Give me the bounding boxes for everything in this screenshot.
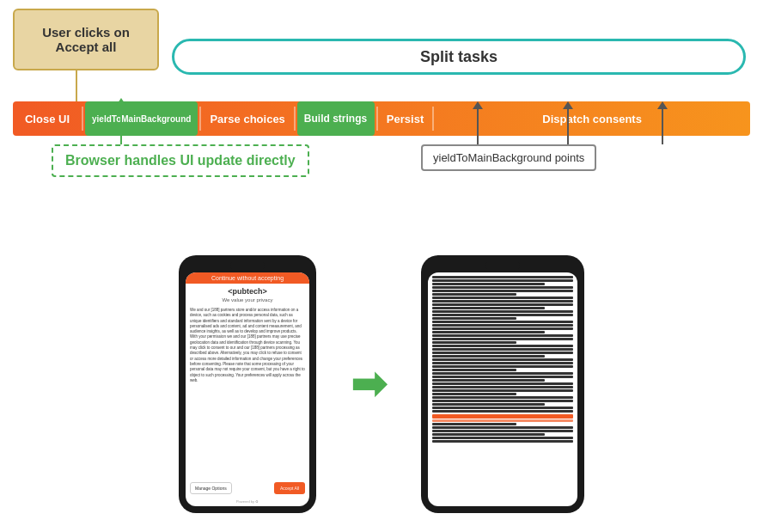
doc-line [432, 348, 573, 351]
split-tasks-label: Split tasks [420, 48, 497, 66]
privacy-text: We and our [188] partners store and/or a… [186, 306, 309, 479]
doc-line-highlight [432, 414, 573, 419]
flow-sep-3 [294, 107, 296, 131]
doc-line [432, 321, 573, 323]
doc-line [432, 352, 573, 354]
doc-line [432, 396, 573, 399]
doc-line [432, 393, 516, 395]
flow-yield-1: yieldToMainBackground [85, 101, 198, 136]
doc-line [432, 430, 573, 432]
doc-line [432, 341, 516, 344]
pubtech-brand: <pubtech> [186, 284, 309, 297]
doc-line [432, 307, 545, 309]
doc-line [432, 358, 573, 361]
doc-line [432, 331, 545, 333]
privacy-header: Continue without accepting [186, 272, 309, 284]
doc-line [432, 407, 573, 409]
doc-line [432, 423, 516, 425]
privacy-buttons: Manage Options Accept All [186, 479, 309, 499]
pubtech-subtitle: We value your privacy [186, 297, 309, 306]
user-clicks-arrow [76, 70, 77, 103]
flow-persist: Persist [378, 101, 432, 136]
doc-line [432, 283, 545, 285]
flow-bar: Close UI yieldToMainBackground Parse cho… [13, 101, 750, 136]
powered-by-label: Powered by ♻ [186, 499, 309, 506]
flow-close-ui: Close UI [13, 101, 82, 136]
doc-line [432, 303, 573, 306]
flow-build: Build strings [297, 101, 375, 136]
split-tasks-bar: Split tasks [172, 39, 746, 75]
phone-right [421, 255, 584, 513]
accept-all-button[interactable]: Accept All [274, 482, 305, 494]
doc-line [432, 290, 573, 292]
phone-right-screen [428, 272, 577, 506]
doc-line [432, 389, 573, 392]
yield-points-label: yieldToMainBackground points [421, 144, 596, 171]
doc-line [432, 379, 545, 382]
doc-line [432, 286, 573, 289]
doc-line [432, 419, 573, 422]
doc-line [432, 433, 545, 436]
phone-left: Continue without accepting <pubtech> We … [179, 255, 316, 513]
doc-line [432, 300, 573, 303]
flow-sep-1 [82, 107, 83, 131]
doc-line [432, 365, 573, 368]
phone-right-notch [485, 262, 520, 269]
yield-arrow-2 [567, 108, 569, 144]
yield-arrow-3 [662, 108, 663, 144]
doc-line [432, 372, 573, 375]
doc-line [432, 426, 573, 429]
doc-line [432, 369, 516, 371]
browser-arrow [120, 105, 122, 144]
phones-section: Continue without accepting <pubtech> We … [0, 236, 763, 532]
doc-line [432, 276, 573, 278]
user-clicks-box: User clicks on Accept all [13, 9, 159, 70]
doc-line [432, 310, 573, 313]
phone-left-screen: Continue without accepting <pubtech> We … [186, 272, 309, 506]
user-clicks-label: User clicks on Accept all [42, 25, 130, 54]
doc-line [432, 324, 573, 327]
doc-line [432, 279, 573, 282]
doc-line [432, 386, 573, 388]
manage-options-button[interactable]: Manage Options [190, 482, 232, 494]
doc-line [432, 317, 516, 320]
doc-line [432, 382, 573, 385]
doc-line [432, 334, 573, 337]
browser-handles-label: Browser handles UI update directly [52, 144, 309, 177]
doc-line [432, 376, 573, 378]
doc-line [432, 314, 573, 316]
doc-line [432, 338, 573, 340]
doc-line [432, 410, 573, 413]
doc-line [432, 355, 545, 358]
doc-line [432, 293, 516, 296]
doc-line [432, 327, 573, 330]
doc-line [432, 403, 545, 406]
doc-line [432, 440, 573, 443]
yield-arrow-1 [477, 108, 479, 144]
doc-line [432, 345, 573, 347]
phone-left-notch [230, 262, 265, 269]
phones-arrow: ➡ [351, 359, 387, 409]
doc-line [432, 297, 573, 299]
doc-line [432, 437, 573, 439]
top-section: User clicks on Accept all Split tasks Cl… [0, 0, 763, 241]
doc-line [432, 400, 573, 402]
doc-line [432, 362, 573, 364]
flow-parse: Parse choices [201, 101, 293, 136]
